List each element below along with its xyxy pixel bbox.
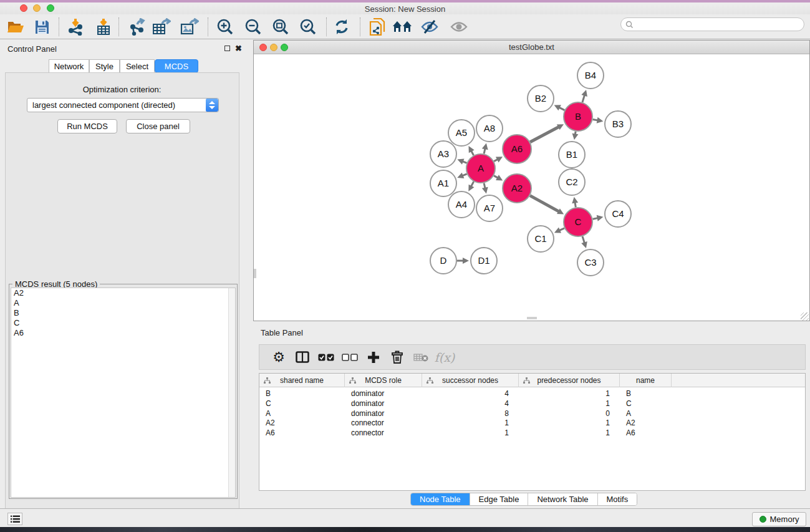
node-B4[interactable]: B4 bbox=[577, 62, 604, 89]
network-canvas[interactable]: B4B2BB3A5A8A6A3AB1A1C2A2A4A7CC4C1C3DD1 bbox=[254, 55, 809, 321]
network-graph[interactable]: B4B2BB3A5A8A6A3AB1A1C2A2A4A7CC4C1C3DD1 bbox=[254, 55, 809, 321]
table-row-A[interactable]: Adominator80A bbox=[259, 409, 805, 418]
cell[interactable]: C bbox=[620, 399, 672, 409]
node-A3[interactable]: A3 bbox=[430, 141, 456, 167]
table-row-B[interactable]: Bdominator41B bbox=[259, 389, 805, 399]
zoom-in-icon[interactable] bbox=[215, 16, 236, 37]
tab-network[interactable]: Network bbox=[49, 59, 89, 73]
tab-network-table[interactable]: Network Table bbox=[528, 493, 597, 505]
float-panel-icon[interactable] bbox=[223, 44, 231, 52]
table-row-C[interactable]: Cdominator41C bbox=[259, 399, 805, 409]
column-header-name[interactable]: name bbox=[620, 374, 672, 387]
cell[interactable]: dominator bbox=[345, 389, 422, 399]
cell[interactable]: 1 bbox=[519, 389, 620, 399]
table-row-A6[interactable]: A6connector11A6 bbox=[259, 428, 805, 438]
cell[interactable]: 1 bbox=[519, 399, 620, 409]
horizontal-scroll-indicator[interactable] bbox=[527, 317, 537, 319]
cell[interactable]: A bbox=[620, 409, 672, 418]
column-header-predecessor-nodes[interactable]: predecessor nodes bbox=[519, 374, 620, 387]
result-list-scrollbar[interactable] bbox=[228, 288, 235, 497]
open-file-icon[interactable] bbox=[5, 16, 26, 37]
close-panel-button[interactable]: Close panel bbox=[126, 119, 190, 133]
cell[interactable]: B bbox=[620, 389, 672, 399]
create-column-icon[interactable] bbox=[362, 348, 385, 367]
node-A2[interactable]: A2 bbox=[503, 174, 531, 203]
export-table-icon[interactable] bbox=[151, 16, 172, 37]
node-B2[interactable]: B2 bbox=[528, 85, 554, 112]
show-all-icon[interactable] bbox=[448, 16, 470, 37]
memory-button[interactable]: Memory bbox=[752, 512, 806, 526]
zoom-selected-icon[interactable] bbox=[297, 16, 319, 37]
cell[interactable]: dominator bbox=[345, 399, 422, 409]
cell[interactable]: 1 bbox=[519, 418, 620, 428]
import-table-icon[interactable] bbox=[93, 16, 114, 37]
node-A1[interactable]: A1 bbox=[430, 170, 456, 196]
search-field[interactable] bbox=[620, 17, 804, 31]
search-input[interactable] bbox=[636, 20, 804, 29]
result-list-item[interactable]: A bbox=[11, 298, 235, 308]
node-A8[interactable]: A8 bbox=[476, 115, 503, 142]
network-window-titlebar[interactable]: testGlobe.txt bbox=[254, 41, 809, 54]
import-network-icon[interactable] bbox=[65, 16, 87, 37]
vertical-scroll-indicator[interactable] bbox=[254, 269, 256, 278]
cell[interactable]: connector bbox=[345, 418, 422, 428]
criterion-dropdown[interactable]: largest connected component (directed) bbox=[27, 98, 219, 112]
task-history-button[interactable] bbox=[7, 513, 22, 525]
node-A4[interactable]: A4 bbox=[448, 191, 475, 218]
cell[interactable]: A2 bbox=[259, 418, 345, 428]
table-row-A2[interactable]: A2connector11A2 bbox=[259, 418, 805, 428]
export-network-icon[interactable] bbox=[127, 16, 148, 37]
cell[interactable]: 0 bbox=[519, 409, 620, 418]
cell[interactable]: 4 bbox=[422, 399, 519, 409]
cell[interactable]: 8 bbox=[422, 409, 519, 418]
zoom-out-icon[interactable] bbox=[243, 16, 264, 37]
edge-A2-C[interactable] bbox=[530, 196, 559, 212]
deselect-all-columns-icon[interactable] bbox=[338, 348, 362, 367]
select-all-columns-icon[interactable] bbox=[314, 348, 338, 367]
tab-style[interactable]: Style bbox=[89, 59, 120, 73]
close-panel-icon[interactable]: ✖ bbox=[234, 44, 243, 52]
cell[interactable]: A bbox=[259, 409, 345, 418]
node-B3[interactable]: B3 bbox=[605, 111, 631, 137]
refresh-icon[interactable] bbox=[331, 16, 352, 37]
result-list-item[interactable]: A6 bbox=[11, 328, 235, 338]
export-image-icon[interactable] bbox=[179, 16, 200, 37]
cell[interactable]: 1 bbox=[422, 428, 519, 438]
cell[interactable]: dominator bbox=[345, 409, 422, 418]
result-list-item[interactable]: A2 bbox=[11, 288, 235, 298]
delete-table-icon[interactable] bbox=[409, 348, 433, 367]
tab-node-table[interactable]: Node Table bbox=[411, 493, 470, 505]
cell[interactable]: 4 bbox=[422, 389, 519, 399]
cell[interactable]: A6 bbox=[259, 428, 345, 438]
split-view-icon[interactable] bbox=[291, 348, 314, 367]
column-header-MCDS-role[interactable]: MCDS role bbox=[345, 374, 422, 387]
node-C2[interactable]: C2 bbox=[559, 169, 585, 195]
run-mcds-button[interactable]: Run MCDS bbox=[57, 119, 117, 133]
cell[interactable]: 1 bbox=[422, 418, 519, 428]
node-B[interactable]: B bbox=[564, 102, 592, 131]
node-A5[interactable]: A5 bbox=[448, 120, 475, 146]
hide-selected-icon[interactable] bbox=[419, 16, 440, 37]
delete-column-icon[interactable] bbox=[385, 348, 409, 367]
node-A[interactable]: A bbox=[466, 154, 495, 183]
node-D[interactable]: D bbox=[430, 248, 456, 274]
result-list-item[interactable]: C bbox=[11, 318, 235, 328]
cell[interactable]: B bbox=[259, 389, 345, 399]
cell[interactable]: connector bbox=[345, 428, 422, 438]
tab-edge-table[interactable]: Edge Table bbox=[470, 493, 529, 505]
cell[interactable]: A2 bbox=[620, 418, 672, 428]
result-list-item[interactable]: B bbox=[11, 308, 235, 318]
first-neighbors-icon[interactable] bbox=[392, 16, 413, 37]
function-builder-icon[interactable]: f(x) bbox=[433, 348, 456, 367]
zoom-fit-icon[interactable] bbox=[270, 16, 291, 37]
resize-grip-icon[interactable] bbox=[801, 312, 809, 321]
column-header-successor-nodes[interactable]: successor nodes bbox=[422, 374, 519, 387]
node-C[interactable]: C bbox=[564, 208, 592, 236]
cell[interactable]: 1 bbox=[519, 428, 620, 438]
edge-A6-B[interactable] bbox=[530, 127, 559, 142]
node-A7[interactable]: A7 bbox=[476, 195, 503, 221]
node-C1[interactable]: C1 bbox=[528, 226, 554, 252]
mcds-result-list[interactable]: A2ABCA6 bbox=[11, 288, 236, 498]
tab-select[interactable]: Select bbox=[120, 59, 155, 73]
tab-mcds[interactable]: MCDS bbox=[155, 59, 198, 73]
